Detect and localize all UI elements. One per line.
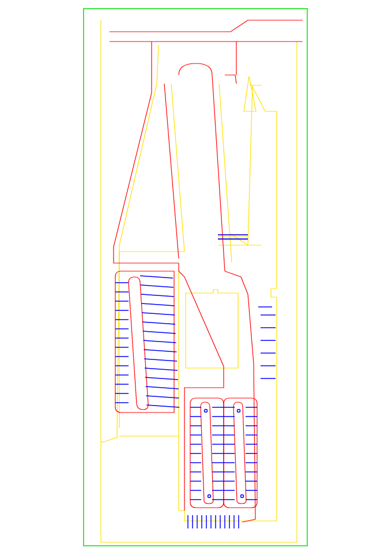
parking-stripe [145, 368, 178, 370]
parking-stripe [146, 387, 179, 389]
road-edge [101, 20, 297, 542]
curb-line [114, 42, 179, 263]
parking-stripe [145, 377, 178, 380]
road-edge [244, 76, 256, 111]
island-marker [241, 495, 244, 498]
road-edge [271, 288, 277, 297]
parking-stripe [141, 294, 174, 297]
parking-stripe [140, 276, 173, 278]
curb-line [225, 271, 255, 522]
road-edge [186, 290, 238, 368]
parking-stripe [144, 340, 176, 343]
parking-stripe [142, 313, 175, 315]
boundary-rect [84, 9, 307, 546]
curb-line [224, 398, 257, 508]
road-edge [251, 84, 277, 288]
island-marker [238, 410, 240, 412]
road-edge [104, 45, 159, 442]
road-edge [184, 297, 277, 521]
parking-stripe [144, 359, 177, 361]
curb-line [233, 402, 246, 504]
island-marker [208, 495, 211, 498]
road-edge [219, 84, 232, 262]
parking-stripe [146, 405, 179, 407]
curb-line [190, 398, 224, 508]
road-edge [179, 271, 184, 511]
island-marker [205, 410, 208, 412]
curb-line [110, 20, 248, 32]
parking-stripe [144, 350, 176, 352]
road-edge [119, 84, 184, 252]
parking-stripe [141, 303, 174, 306]
parking-stripe [143, 331, 176, 333]
parking-stripe [141, 285, 174, 287]
road-edge [231, 85, 262, 245]
curb-line [129, 277, 148, 410]
curb-line [179, 63, 225, 271]
curb-line [201, 402, 213, 504]
curb-line [225, 75, 236, 84]
curb-line [164, 84, 179, 258]
site-plan-diagram [0, 0, 392, 555]
parking-stripe [142, 322, 175, 324]
